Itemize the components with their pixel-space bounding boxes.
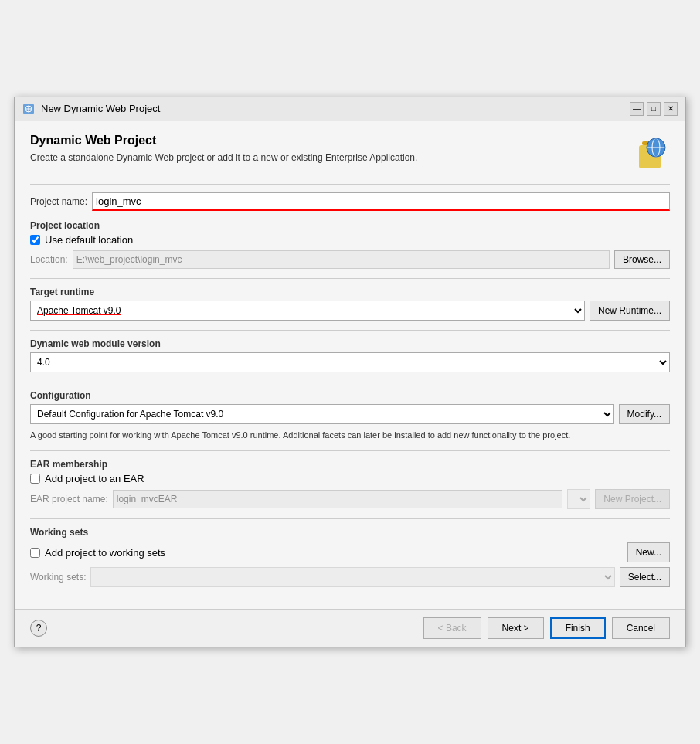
working-sets-input-label: Working sets: [30, 572, 86, 583]
configuration-label: Configuration [30, 390, 670, 401]
header-separator [30, 184, 670, 185]
working-sets-label: Working sets [30, 527, 88, 538]
ear-project-select [567, 489, 590, 509]
config-description: A good starting point for working with A… [30, 429, 670, 442]
module-version-select[interactable]: 4.0 [30, 352, 670, 372]
back-button[interactable]: < Back [423, 617, 481, 639]
target-runtime-label: Target runtime [30, 287, 670, 297]
header-icon [630, 134, 670, 176]
add-to-ear-text: Add project to an EAR [45, 473, 144, 484]
ear-name-row: EAR project name: New Project... [30, 489, 670, 509]
project-name-input[interactable] [92, 192, 670, 211]
working-sets-input-row: Working sets: Select... [30, 567, 670, 587]
dialog-main-title: Dynamic Web Project [30, 134, 417, 148]
dialog-subtitle: Create a standalone Dynamic Web project … [30, 152, 417, 163]
configuration-select[interactable]: Default Configuration for Apache Tomcat … [30, 404, 614, 424]
maximize-button[interactable]: □ [647, 102, 661, 116]
ear-project-name-label: EAR project name: [30, 494, 108, 504]
ear-project-name-input [113, 490, 563, 508]
new-runtime-button[interactable]: New Runtime... [590, 301, 670, 321]
working-sets-header-row: Working sets [30, 527, 670, 538]
location-row: Location: Browse... [30, 250, 670, 269]
use-default-location-row: Use default location [30, 234, 670, 246]
location-input [73, 250, 610, 269]
new-ws-button[interactable]: New... [627, 542, 670, 562]
header-text: Dynamic Web Project Create a standalone … [30, 134, 417, 163]
add-to-ws-row: Add project to working sets [30, 547, 165, 559]
use-default-location-checkbox[interactable] [30, 235, 40, 245]
add-to-working-sets-checkbox[interactable] [30, 548, 40, 558]
dialog-content: Dynamic Web Project Create a standalone … [15, 121, 685, 610]
location-separator [30, 278, 670, 279]
title-bar: New Dynamic Web Project — □ ✕ [15, 97, 685, 121]
minimize-button[interactable]: — [630, 102, 644, 116]
new-project-button: New Project... [595, 489, 670, 509]
runtime-separator [30, 330, 670, 331]
modify-button[interactable]: Modify... [619, 404, 670, 424]
help-button[interactable]: ? [30, 620, 47, 637]
dialog: New Dynamic Web Project — □ ✕ Dynamic We… [14, 97, 686, 648]
ear-separator [30, 518, 670, 519]
project-location-label: Project location [30, 220, 670, 231]
working-sets-select [90, 567, 614, 587]
footer-left: ? [30, 620, 47, 637]
browse-button[interactable]: Browse... [614, 250, 670, 269]
runtime-row: Apache Tomcat v9.0 New Runtime... [30, 301, 670, 321]
add-to-ear-row: Add project to an EAR [30, 473, 670, 484]
ear-section-label: EAR membership [30, 459, 670, 470]
finish-button[interactable]: Finish [550, 617, 606, 639]
module-version-row: 4.0 [30, 352, 670, 372]
next-button[interactable]: Next > [488, 617, 544, 639]
add-to-working-sets-text: Add project to working sets [45, 547, 165, 559]
dialog-footer: ? < Back Next > Finish Cancel [15, 609, 685, 647]
module-separator [30, 382, 670, 382]
project-name-section: Project name: [30, 192, 670, 211]
select-ws-button[interactable]: Select... [620, 567, 670, 587]
project-name-row: Project name: [30, 192, 670, 211]
config-row: Default Configuration for Apache Tomcat … [30, 404, 670, 424]
module-version-label: Dynamic web module version [30, 338, 670, 349]
module-version-section: Dynamic web module version 4.0 [30, 338, 670, 372]
working-sets-section: Working sets Add project to working sets… [30, 527, 670, 587]
location-label: Location: [30, 254, 68, 265]
title-bar-controls: — □ ✕ [630, 102, 678, 116]
cancel-button[interactable]: Cancel [612, 617, 670, 639]
target-runtime-section: Target runtime Apache Tomcat v9.0 New Ru… [30, 287, 670, 321]
use-default-location-text: Use default location [45, 234, 133, 246]
configuration-section: Configuration Default Configuration for … [30, 390, 670, 442]
project-name-label: Project name: [30, 196, 87, 207]
footer-right: < Back Next > Finish Cancel [423, 617, 670, 639]
target-runtime-select[interactable]: Apache Tomcat v9.0 [30, 301, 585, 321]
ear-section: EAR membership Add project to an EAR EAR… [30, 459, 670, 509]
close-button[interactable]: ✕ [664, 102, 678, 116]
dialog-header: Dynamic Web Project Create a standalone … [30, 134, 670, 176]
dialog-icon [22, 103, 35, 115]
title-bar-title: New Dynamic Web Project [41, 103, 160, 114]
config-separator [30, 450, 670, 451]
add-to-ear-checkbox[interactable] [30, 474, 40, 484]
project-location-section: Project location Use default location Lo… [30, 220, 670, 269]
project-globe-icon [630, 134, 670, 174]
